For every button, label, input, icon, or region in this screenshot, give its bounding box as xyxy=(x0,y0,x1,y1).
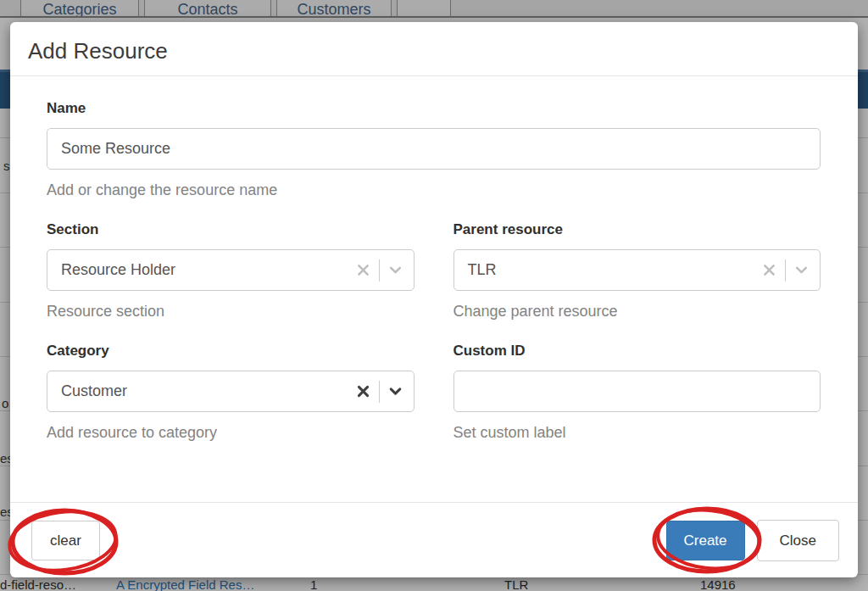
parent-field-group: Parent resource TLR C xyxy=(453,221,821,321)
section-select-value: Resource Holder xyxy=(47,261,356,279)
name-helper: Add or change the resource name xyxy=(47,181,821,199)
category-label: Category xyxy=(47,343,415,360)
custom-id-field-group: Custom ID Set custom label xyxy=(453,343,821,442)
select-divider xyxy=(379,259,380,282)
custom-id-helper: Set custom label xyxy=(453,424,821,442)
section-field-group: Section Resource Holder xyxy=(47,221,415,321)
chevron-down-icon[interactable] xyxy=(388,384,403,399)
modal-footer: clear Create Close xyxy=(10,502,858,577)
section-label: Section xyxy=(47,221,415,238)
category-helper: Add resource to category xyxy=(47,424,415,442)
parent-select-value: TLR xyxy=(454,261,763,279)
add-resource-modal: Add Resource Name Add or change the reso… xyxy=(10,22,858,577)
create-button[interactable]: Create xyxy=(666,521,745,560)
parent-helper: Change parent resource xyxy=(453,303,821,321)
modal-title: Add Resource xyxy=(28,38,840,64)
name-label: Name xyxy=(47,100,821,117)
parent-label: Parent resource xyxy=(453,221,821,238)
name-field-group: Name Add or change the resource name xyxy=(47,100,821,199)
select-divider xyxy=(379,381,380,403)
clear-selection-icon[interactable] xyxy=(762,263,776,277)
name-input[interactable] xyxy=(47,128,821,170)
category-select-value: Customer xyxy=(47,382,356,400)
chevron-down-icon[interactable] xyxy=(388,263,403,277)
clear-button[interactable]: clear xyxy=(31,521,100,560)
section-helper: Resource section xyxy=(47,303,415,321)
category-field-group: Category Customer Add xyxy=(47,343,415,442)
custom-id-label: Custom ID xyxy=(453,343,821,360)
close-button[interactable]: Close xyxy=(757,520,839,561)
custom-id-input[interactable] xyxy=(453,371,821,412)
screen: Categories Contacts Customers s o es xyxy=(0,0,868,591)
clear-selection-icon[interactable] xyxy=(356,384,370,399)
clear-selection-icon[interactable] xyxy=(356,263,370,277)
category-select[interactable]: Customer xyxy=(47,371,415,412)
modal-header: Add Resource xyxy=(10,22,858,76)
section-select[interactable]: Resource Holder xyxy=(47,249,415,291)
parent-select[interactable]: TLR xyxy=(453,249,821,291)
select-divider xyxy=(785,259,786,282)
chevron-down-icon[interactable] xyxy=(794,263,809,277)
modal-body: Name Add or change the resource name Sec… xyxy=(10,76,858,442)
